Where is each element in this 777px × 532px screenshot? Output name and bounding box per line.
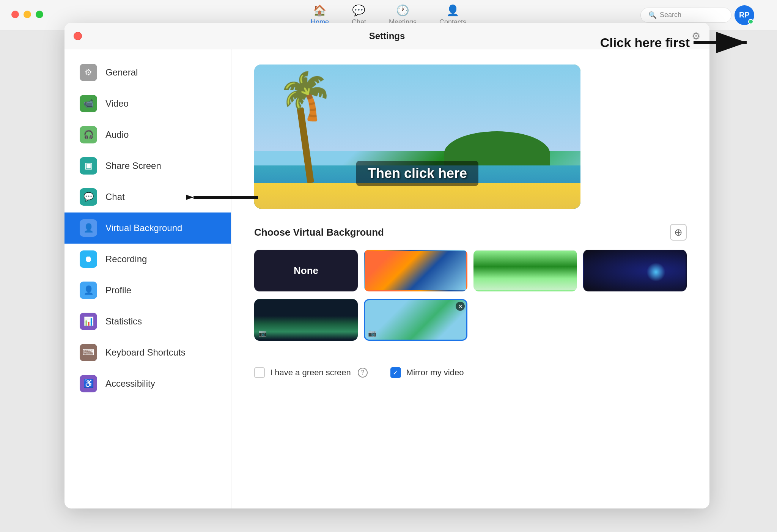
bg-aurora-option[interactable]: 📷: [254, 299, 358, 341]
sidebar-item-keyboard-shortcuts[interactable]: ⌨ Keyboard Shortcuts: [64, 337, 231, 368]
bg-bridge-option[interactable]: [364, 250, 467, 291]
green-screen-option[interactable]: I have a green screen ?: [254, 367, 368, 378]
minimize-button[interactable]: [24, 11, 31, 18]
audio-icon: 🎧: [80, 126, 97, 143]
main-content: 🌴 Then click here Choose Virtual Backgro…: [231, 49, 709, 508]
palm-leaves: 🌴: [277, 73, 334, 118]
background-preview: 🌴 Then click here: [254, 65, 580, 209]
window-title: Settings: [369, 31, 405, 41]
sand: [254, 183, 580, 209]
space-glow: [646, 263, 665, 282]
statistics-label: Statistics: [105, 316, 142, 327]
general-icon: ⚙: [80, 64, 97, 81]
chat-icon: 💬: [352, 4, 365, 17]
chat-sidebar-label: Chat: [105, 192, 125, 202]
bg-none-label: None: [294, 265, 318, 277]
search-placeholder: Search: [660, 11, 681, 19]
background-grid-row2: 📷 ✕ 📷: [254, 299, 687, 341]
beach-cam-icon: 📷: [368, 329, 376, 337]
bottom-options: I have a green screen ? ✓ Mirror my vide…: [254, 356, 687, 378]
accessibility-icon: ♿: [80, 375, 97, 392]
sidebar-item-recording[interactable]: ⏺ Recording: [64, 244, 231, 275]
settings-window: Settings ⚙ ⚙ General 📹 Video 🎧 Audio ▣ S…: [64, 23, 709, 508]
online-indicator: [748, 19, 753, 24]
sidebar-item-video[interactable]: 📹 Video: [64, 88, 231, 119]
video-label: Video: [105, 98, 129, 109]
annotation-click-here: Click here first: [600, 27, 754, 58]
click-here-first-label: Click here first: [600, 35, 690, 50]
accessibility-label: Accessibility: [105, 378, 155, 389]
share-screen-label: Share Screen: [105, 161, 161, 171]
profile-label: Profile: [105, 285, 131, 296]
choose-header: Choose Virtual Background ⊕: [254, 224, 687, 241]
green-screen-label: I have a green screen: [270, 368, 351, 378]
share-screen-icon: ▣: [80, 157, 97, 175]
choose-title: Choose Virtual Background: [254, 227, 384, 238]
content-area: ⚙ General 📹 Video 🎧 Audio ▣ Share Screen…: [64, 49, 709, 508]
statistics-icon: 📊: [80, 313, 97, 330]
beach-scene: 🌴 Then click here: [254, 65, 580, 209]
virtual-background-label: Virtual Background: [105, 223, 182, 233]
right-arrow-annotation: [694, 27, 754, 58]
bg-space-option[interactable]: [583, 250, 687, 291]
bg-grass-option[interactable]: [473, 250, 577, 291]
bg-empty-slot-1: [473, 299, 577, 341]
sidebar-item-accessibility[interactable]: ♿ Accessibility: [64, 368, 231, 399]
left-arrow-svg: [186, 186, 262, 209]
bg-beach-option[interactable]: ✕ 📷: [364, 299, 467, 341]
then-click-here-label: Then click here: [356, 161, 478, 186]
avatar[interactable]: RP: [735, 5, 754, 25]
left-arrow-annotation: [186, 186, 262, 210]
home-icon: 🏠: [313, 4, 326, 17]
sidebar-item-general[interactable]: ⚙ General: [64, 57, 231, 88]
bg-empty-slot-2: [583, 299, 687, 341]
traffic-lights: [11, 11, 43, 18]
sidebar-item-profile[interactable]: 👤 Profile: [64, 275, 231, 306]
meetings-icon: 🕐: [396, 4, 409, 17]
close-button[interactable]: [11, 11, 19, 18]
keyboard-icon: ⌨: [80, 344, 97, 361]
general-label: General: [105, 67, 138, 78]
video-icon: 📹: [80, 95, 97, 112]
green-screen-checkbox[interactable]: [254, 367, 265, 378]
help-icon[interactable]: ?: [358, 368, 368, 378]
sidebar-item-audio[interactable]: 🎧 Audio: [64, 119, 231, 150]
audio-label: Audio: [105, 129, 129, 140]
mirror-video-checkbox[interactable]: ✓: [390, 367, 401, 378]
add-background-button[interactable]: ⊕: [670, 224, 687, 241]
search-icon: 🔍: [648, 11, 657, 19]
sidebar-item-share-screen[interactable]: ▣ Share Screen: [64, 150, 231, 181]
mirror-video-label: Mirror my video: [406, 368, 464, 378]
maximize-button[interactable]: [36, 11, 43, 18]
background-grid-row1: None: [254, 250, 687, 291]
mirror-video-option[interactable]: ✓ Mirror my video: [390, 367, 464, 378]
keyboard-shortcuts-label: Keyboard Shortcuts: [105, 347, 186, 358]
sidebar: ⚙ General 📹 Video 🎧 Audio ▣ Share Screen…: [64, 49, 231, 508]
chat-sidebar-icon: 💬: [80, 188, 97, 206]
sidebar-item-statistics[interactable]: 📊 Statistics: [64, 306, 231, 337]
profile-icon: 👤: [80, 282, 97, 299]
search-bar[interactable]: 🔍 Search: [640, 8, 731, 23]
remove-background-button[interactable]: ✕: [456, 302, 465, 311]
bg-none-option[interactable]: None: [254, 250, 358, 291]
virtual-background-icon: 👤: [80, 219, 97, 237]
aurora-cam-icon: 📷: [258, 329, 267, 337]
recording-icon: ⏺: [80, 250, 97, 268]
window-close-button[interactable]: [74, 32, 82, 40]
recording-label: Recording: [105, 254, 147, 264]
sidebar-item-virtual-background[interactable]: 👤 Virtual Background: [64, 212, 231, 244]
contacts-icon: 👤: [446, 4, 459, 17]
